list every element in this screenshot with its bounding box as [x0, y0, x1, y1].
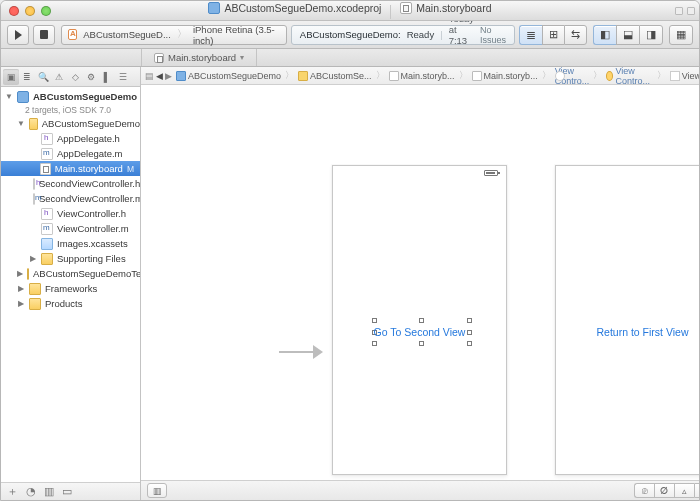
- tab-menu-chevron-icon[interactable]: ▾: [240, 53, 244, 62]
- project-navigator-tab[interactable]: ▣: [3, 69, 19, 85]
- storyboard-canvas[interactable]: Go To Second View ⎋ Return to First View: [141, 85, 699, 480]
- file-row[interactable]: SecondViewController.hA: [1, 176, 140, 191]
- standard-editor-button[interactable]: [519, 25, 542, 45]
- m-icon: [33, 193, 35, 205]
- status-state: Ready: [407, 29, 434, 40]
- project-root[interactable]: ▼ ABCustomSegueDemo: [1, 89, 140, 104]
- resizing-button[interactable]: ⊞: [694, 483, 699, 498]
- scheme-selector[interactable]: ABCustomSegueD... 〉 iPhone Retina (3.5-i…: [61, 25, 287, 45]
- file-label: SecondViewController.h: [39, 178, 140, 189]
- toggle-debug-area-button[interactable]: [616, 25, 639, 45]
- title-bar: ABCustomSegueDemo.xcodeproj Main.storybo…: [1, 1, 699, 21]
- related-items-button[interactable]: ▤: [145, 69, 154, 83]
- filter-source-button[interactable]: ▭: [62, 485, 72, 498]
- file-row[interactable]: AppDelegate.m: [1, 146, 140, 161]
- img-icon: [41, 238, 53, 250]
- organizer-button[interactable]: [669, 25, 693, 45]
- project-tree[interactable]: ▼ ABCustomSegueDemo 2 targets, iOS SDK 7…: [1, 87, 140, 482]
- corner-button-1[interactable]: [675, 7, 683, 15]
- file-row[interactable]: ViewController.m: [1, 221, 140, 236]
- pin-button[interactable]: ⵁ: [654, 483, 674, 498]
- m-icon: [41, 148, 53, 160]
- add-button[interactable]: ＋: [7, 484, 18, 499]
- disclosure-triangle[interactable]: ▼: [17, 119, 25, 128]
- jump-file[interactable]: Main.storyb...: [401, 71, 455, 81]
- tab-main-storyboard[interactable]: Main.storyboard ▾: [141, 49, 257, 66]
- app-icon: [68, 29, 78, 40]
- tab-bar: Main.storyboard ▾: [1, 49, 699, 67]
- toggle-utilities-button[interactable]: [639, 25, 663, 45]
- jump-base[interactable]: Main.storyb...: [484, 71, 538, 81]
- version-editor-button[interactable]: [564, 25, 587, 45]
- issue-navigator-tab[interactable]: ⚠: [51, 69, 67, 85]
- title-file-2: Main.storyboard: [416, 2, 491, 14]
- file-label: ABCustomSegueDemo: [42, 118, 140, 129]
- file-label: AppDelegate.h: [57, 133, 120, 144]
- test-navigator-tab[interactable]: ◇: [67, 69, 83, 85]
- file-row[interactable]: ▼ABCustomSegueDemo: [1, 116, 140, 131]
- fold-icon: [27, 268, 29, 280]
- storyboard-icon: [389, 71, 399, 81]
- file-row[interactable]: Main.storyboardM: [1, 161, 140, 176]
- symbol-navigator-tab[interactable]: ≣: [19, 69, 35, 85]
- run-button[interactable]: [7, 25, 29, 45]
- view-icon: [670, 71, 680, 81]
- filter-recent-button[interactable]: ◔: [26, 485, 36, 498]
- status-issues: No Issues: [480, 25, 506, 45]
- document-outline-toggle[interactable]: ▥: [147, 483, 167, 498]
- navigator-pane: ▣ ≣ 🔍 ⚠ ◇ ⚙ ▌ ☰ ▼ ABCustomSegueDemo 2 ta…: [1, 67, 141, 500]
- disclosure-triangle[interactable]: ▶: [17, 269, 23, 278]
- navigator-filter-bar: ＋ ◔ ▥ ▭: [1, 482, 140, 500]
- file-label: Main.storyboard: [55, 163, 123, 174]
- activity-view[interactable]: ABCustomSegueDemo: Ready | Today at 7:13…: [291, 25, 515, 45]
- file-label: ViewController.m: [57, 223, 129, 234]
- stop-button[interactable]: [33, 25, 55, 45]
- storyboard-icon: [154, 53, 164, 63]
- panels-segment: [593, 25, 663, 45]
- find-navigator-tab[interactable]: 🔍: [35, 69, 51, 85]
- toolbar-right: [519, 25, 693, 45]
- file-label: Supporting Files: [57, 253, 126, 264]
- jump-vc[interactable]: View Contro...: [615, 67, 652, 86]
- file-row[interactable]: ▶ABCustomSegueDemoTests: [1, 266, 140, 281]
- jump-bar[interactable]: ▤ ◀ ▶ ABCustomSegueDemo〉 ABCustomSe...〉 …: [141, 67, 699, 85]
- file-row[interactable]: AppDelegate.h: [1, 131, 140, 146]
- file-row[interactable]: ▶Supporting Files: [1, 251, 140, 266]
- jump-group[interactable]: ABCustomSe...: [310, 71, 372, 81]
- go-to-second-view-button[interactable]: Go To Second View: [333, 326, 506, 338]
- scene-view[interactable]: Return to First View: [555, 165, 699, 475]
- file-row[interactable]: Images.xcassets: [1, 236, 140, 251]
- assistant-editor-button[interactable]: [542, 25, 564, 45]
- scene-second-viewcontroller[interactable]: Return to First View Second View Control…: [555, 165, 699, 480]
- title-filenames: ABCustomSegueDemo.xcodeproj Main.storybo…: [1, 2, 699, 18]
- disclosure-triangle[interactable]: ▶: [29, 254, 37, 263]
- back-button[interactable]: ◀: [156, 69, 163, 83]
- align-button[interactable]: ⎚: [634, 483, 654, 498]
- disclosure-triangle[interactable]: ▶: [17, 284, 25, 293]
- jump-view[interactable]: View: [682, 71, 699, 81]
- file-row[interactable]: ViewController.h: [1, 206, 140, 221]
- toggle-navigator-button[interactable]: [593, 25, 616, 45]
- file-row[interactable]: ▶Products: [1, 296, 140, 311]
- corner-button-2[interactable]: [687, 7, 695, 15]
- forward-button[interactable]: ▶: [165, 69, 172, 83]
- report-navigator-tab[interactable]: ☰: [115, 69, 131, 85]
- xcodeproj-icon: [176, 71, 186, 81]
- disclosure-triangle[interactable]: ▶: [17, 299, 25, 308]
- resolve-issues-button[interactable]: ▵: [674, 483, 694, 498]
- initial-vc-arrow[interactable]: [279, 345, 323, 359]
- return-to-first-view-button[interactable]: Return to First View: [556, 326, 699, 338]
- file-row[interactable]: ▶Frameworks: [1, 281, 140, 296]
- debug-navigator-tab[interactable]: ⚙: [83, 69, 99, 85]
- scene-first-viewcontroller[interactable]: Go To Second View ⎋: [332, 165, 507, 480]
- canvas-footer: ▥ ⎚ ⵁ ▵ ⊞ 🔍 = 🔎: [141, 480, 699, 500]
- file-label: Images.xcassets: [57, 238, 128, 249]
- file-label: AppDelegate.m: [57, 148, 122, 159]
- xcodeproj-icon: [208, 2, 220, 14]
- jump-project[interactable]: ABCustomSegueDemo: [188, 71, 281, 81]
- project-name: ABCustomSegueDemo: [33, 91, 137, 102]
- file-row[interactable]: SecondViewController.mA: [1, 191, 140, 206]
- filter-scm-button[interactable]: ▥: [44, 485, 54, 498]
- scene-view[interactable]: Go To Second View: [332, 165, 507, 475]
- breakpoint-navigator-tab[interactable]: ▌: [99, 69, 115, 85]
